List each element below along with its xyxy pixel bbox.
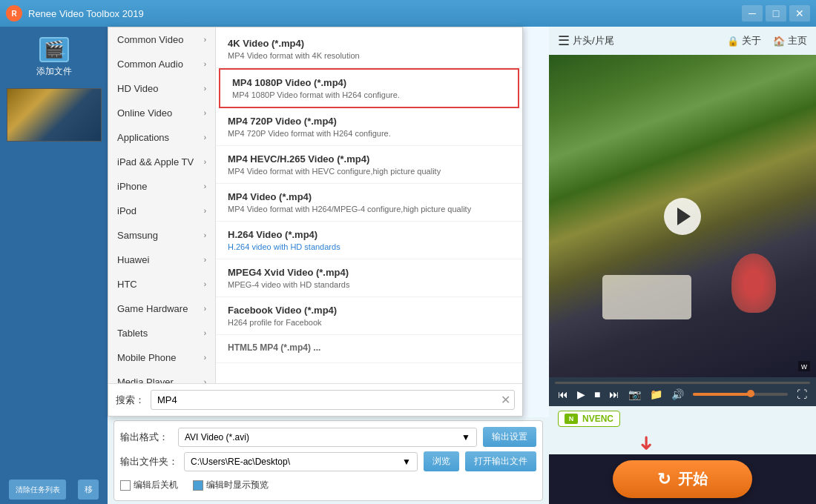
checkbox-row: 编辑后关机 编辑时显示预览	[120, 476, 536, 494]
format-desc: H264 profile for Facebook	[228, 318, 510, 327]
shutdown-label: 编辑后关机	[134, 479, 178, 491]
play-icon	[677, 208, 691, 225]
menu-item-common-audio[interactable]: Common Audio ›	[108, 52, 215, 76]
home-link[interactable]: 🏠 主页	[773, 33, 807, 49]
search-clear-icon[interactable]: ✕	[501, 393, 510, 407]
format-item-4k[interactable]: 4K Video (*.mp4) MP4 Video format with 4…	[216, 30, 522, 68]
output-format-select[interactable]: AVI Video (*.avi) ▼	[178, 428, 477, 447]
menu-item-online-video[interactable]: Online Video ›	[108, 101, 215, 125]
maximize-button[interactable]: □	[766, 5, 786, 21]
preview-checkbox-item[interactable]: 编辑时显示预览	[193, 479, 269, 491]
menu-item-htc[interactable]: HTC ›	[108, 272, 215, 296]
clear-tasks-button[interactable]: 清除任务列表	[9, 480, 66, 500]
format-item-1080p[interactable]: MP4 1080P Video (*.mp4) MP4 1080P Video …	[219, 68, 519, 108]
chevron-right-icon: ›	[204, 305, 206, 313]
format-item-hevc[interactable]: MP4 HEVC/H.265 Video (*.mp4) MP4 Video f…	[216, 146, 522, 184]
search-input[interactable]	[151, 390, 515, 410]
title-bar: R Renee Video Toolbox 2019 ─ □ ✕	[0, 0, 816, 27]
home-label: 主页	[788, 34, 807, 47]
format-dropdown: Common Video › Common Audio › HD Video ›…	[108, 27, 523, 417]
volume-slider[interactable]	[693, 393, 788, 396]
output-settings-button[interactable]: 输出设置	[483, 427, 536, 447]
format-item-h264[interactable]: H.264 Video (*.mp4) H.264 video with HD …	[216, 222, 522, 259]
format-item-facebook[interactable]: Facebook Video (*.mp4) H264 profile for …	[216, 297, 522, 335]
folder-button[interactable]: 📁	[647, 387, 665, 402]
format-desc-selected: MP4 1080P Video format with H264 configu…	[232, 90, 506, 99]
output-format-value: AVI Video (*.avi)	[185, 432, 249, 442]
menu-item-applications[interactable]: Applications ›	[108, 125, 215, 150]
format-search-bar: 搜索： ✕	[108, 383, 522, 416]
video-progress-bar[interactable]	[555, 382, 810, 384]
menu-item-iphone[interactable]: iPhone ›	[108, 174, 215, 199]
menu-item-common-video[interactable]: Common Video ›	[108, 27, 215, 52]
lock-icon: 🔒	[727, 36, 739, 47]
chevron-right-icon: ›	[204, 36, 206, 44]
arrow-indicator-row: ➜	[549, 431, 816, 454]
dropdown-scroll: Common Video › Common Audio › HD Video ›…	[108, 27, 522, 383]
skip-forward-button[interactable]: ⏭	[606, 387, 622, 402]
stop-button[interactable]: ■	[591, 387, 603, 402]
chevron-right-icon: ›	[204, 158, 206, 166]
about-link[interactable]: 🔒 关于	[727, 33, 761, 49]
output-folder-label: 输出文件夹：	[120, 455, 178, 468]
format-desc: MP4 720P Video format with H264 configur…	[228, 129, 510, 138]
menu-item-media-player[interactable]: Media Player ›	[108, 370, 215, 383]
add-file-button[interactable]: 🎬 + 添加文件	[32, 33, 76, 82]
output-folder-select[interactable]: C:\Users\RE-ac\Desktop\ ▼	[184, 452, 418, 471]
chevron-right-icon: ›	[204, 256, 206, 264]
format-item-720p[interactable]: MP4 720P Video (*.mp4) MP4 720P Video fo…	[216, 108, 522, 146]
menu-item-ipod[interactable]: iPod ›	[108, 199, 215, 223]
video-controls: ⏮ ▶ ■ ⏭ 📷 📁 🔊 ⛶	[549, 377, 816, 406]
shutdown-checkbox[interactable]	[120, 480, 131, 491]
add-file-icon: 🎬 +	[39, 37, 69, 62]
sidebar-top: 🎬 + 添加文件	[0, 27, 108, 147]
format-title-selected: MP4 1080P Video (*.mp4)	[232, 77, 506, 88]
play-button[interactable]	[664, 198, 701, 235]
format-item-mp4[interactable]: MP4 Video (*.mp4) MP4 Video format with …	[216, 184, 522, 222]
nvidia-logo: N	[565, 414, 578, 424]
menu-item-huawei[interactable]: Huawei ›	[108, 248, 215, 272]
format-item-mpeg4[interactable]: MPEG4 Xvid Video (*.mp4) MPEG-4 video wi…	[216, 259, 522, 297]
browse-button[interactable]: 浏览	[424, 451, 459, 471]
format-item-more[interactable]: HTML5 MP4 (*.mp4) ...	[216, 335, 522, 363]
format-desc: MP4 Video format with HEVC configure,hig…	[228, 167, 510, 176]
play-pause-button[interactable]: ▶	[574, 387, 588, 402]
skip-back-button[interactable]: ⏮	[555, 387, 571, 402]
home-icon: 🏠	[773, 36, 785, 47]
down-arrow-icon: ➜	[635, 435, 658, 451]
menu-item-mobile-phone[interactable]: Mobile Phone ›	[108, 345, 215, 370]
start-button-area: ↻ 开始	[549, 454, 816, 504]
menu-item-hd-video[interactable]: HD Video ›	[108, 76, 215, 101]
camera-button[interactable]: 📷	[625, 387, 644, 402]
format-desc: MP4 Video format with H264/MPEG-4 config…	[228, 205, 510, 213]
panel-icon: ☰	[558, 33, 570, 49]
menu-item-tablets[interactable]: Tablets ›	[108, 321, 215, 345]
output-format-label: 输出格式：	[120, 431, 172, 444]
menu-item-ipad-apple-tv[interactable]: iPad && Apple TV ›	[108, 150, 215, 174]
start-button[interactable]: ↻ 开始	[613, 460, 752, 498]
preview-checkbox[interactable]	[193, 480, 203, 491]
open-output-button[interactable]: 打开输出文件	[465, 451, 536, 471]
top-spacer	[626, 33, 715, 49]
panel-title-link[interactable]: ☰ 片头/片尾	[558, 33, 614, 49]
chevron-right-icon: ›	[204, 84, 206, 93]
chevron-right-icon: ›	[204, 133, 206, 142]
format-desc: MP4 Video format with 4K resolution	[228, 51, 510, 60]
app-title: Renee Video Toolbox 2019	[28, 8, 144, 19]
minimize-button[interactable]: ─	[742, 5, 763, 21]
menu-item-game-hardware[interactable]: Game Hardware ›	[108, 296, 215, 321]
thumbnail-image	[7, 89, 101, 141]
fullscreen-button[interactable]: ⛶	[794, 387, 810, 402]
format-desc: H.264 video with HD standards	[228, 242, 510, 251]
shutdown-checkbox-item[interactable]: 编辑后关机	[120, 479, 178, 491]
chevron-right-icon: ›	[204, 109, 206, 117]
nvenc-badge: N NVENC	[558, 411, 620, 427]
menu-item-samsung[interactable]: Samsung ›	[108, 223, 215, 248]
window-controls[interactable]: ─ □ ✕	[742, 5, 810, 21]
content-area: Common Video › Common Audio › HD Video ›…	[108, 27, 549, 504]
close-button[interactable]: ✕	[789, 5, 810, 21]
move-button[interactable]: 移	[78, 480, 99, 500]
format-title-more: HTML5 MP4 (*.mp4) ...	[228, 342, 510, 353]
format-category-menu: Common Video › Common Audio › HD Video ›…	[108, 27, 216, 383]
volume-icon[interactable]: 🔊	[668, 387, 687, 402]
